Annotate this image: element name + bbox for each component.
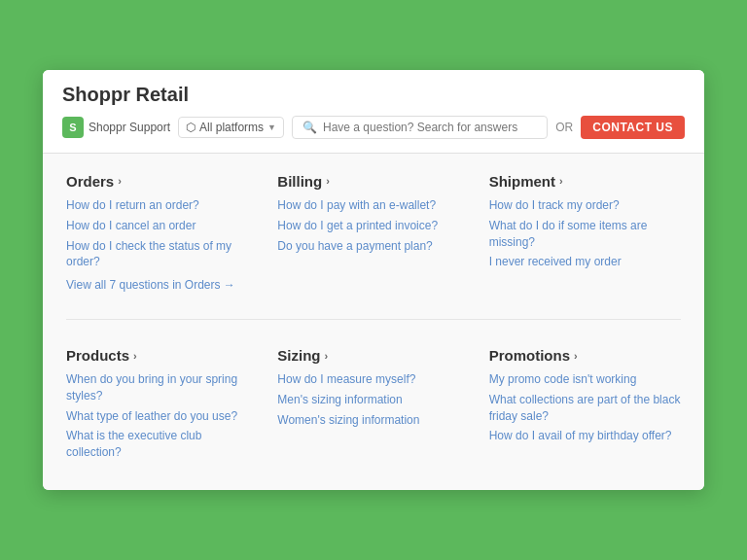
category-title-billing: Billing › [277, 173, 469, 190]
category-link[interactable]: What collections are part of the black f… [489, 392, 681, 425]
category-title-products: Products › [66, 347, 258, 364]
brand-icon: S [62, 117, 84, 138]
category-expand-arrow[interactable]: › [325, 350, 329, 362]
row-divider [66, 319, 681, 320]
nav-bar: S Shoppr Support ⬡ All platforms ▼ 🔍 OR … [62, 116, 685, 143]
category-expand-arrow[interactable]: › [326, 175, 330, 187]
category-title-text: Promotions [489, 347, 570, 364]
category-link[interactable]: How do I cancel an order [66, 218, 258, 234]
contact-us-button[interactable]: CONTACT US [581, 116, 685, 139]
category-link[interactable]: How do I track my order? [489, 197, 681, 214]
category-link[interactable]: Men's sizing information [277, 392, 469, 408]
main-window: Shoppr Retail S Shoppr Support ⬡ All pla… [43, 70, 704, 490]
brand-label: Shoppr Support [89, 121, 170, 134]
category-links-billing: How do I pay with an e-wallet?How do I g… [277, 197, 469, 254]
category-title-text: Orders [66, 173, 114, 190]
category-links-promotions: My promo code isn't workingWhat collecti… [489, 371, 681, 444]
category-links-sizing: How do I measure myself?Men's sizing inf… [277, 371, 469, 428]
category-title-text: Billing [277, 173, 322, 190]
category-link[interactable]: How do I avail of my birthday offer? [489, 428, 681, 444]
platform-icon: ⬡ [186, 121, 196, 134]
category-link[interactable]: How do I check the status of my order? [66, 238, 258, 271]
platform-selector[interactable]: ⬡ All platforms ▼ [178, 117, 284, 138]
page-title: Shoppr Retail [62, 84, 685, 106]
search-input[interactable] [323, 121, 537, 134]
category-billing: Billing ›How do I pay with an e-wallet?H… [277, 173, 469, 292]
search-bar: 🔍 [292, 116, 548, 139]
category-title-text: Products [66, 347, 129, 364]
category-links-shipment: How do I track my order?What do I do if … [489, 197, 681, 270]
category-link[interactable]: How do I get a printed invoice? [277, 218, 469, 234]
category-title-orders: Orders › [66, 173, 258, 190]
categories-grid: Orders ›How do I return an order?How do … [66, 173, 681, 461]
category-promotions: Promotions ›My promo code isn't workingW… [489, 347, 681, 461]
category-link[interactable]: I never received my order [489, 254, 681, 270]
category-orders: Orders ›How do I return an order?How do … [66, 173, 258, 292]
view-all-link[interactable]: View all 7 questions in Orders → [66, 278, 258, 292]
category-links-products: When do you bring in your spring styles?… [66, 371, 258, 461]
category-title-sizing: Sizing › [277, 347, 469, 364]
title-bar: Shoppr Retail S Shoppr Support ⬡ All pla… [43, 70, 704, 154]
category-link[interactable]: What type of leather do you use? [66, 408, 258, 425]
category-expand-arrow[interactable]: › [574, 350, 578, 362]
category-link[interactable]: How do I return an order? [66, 197, 258, 214]
category-title-text: Shipment [489, 173, 555, 190]
category-expand-arrow[interactable]: › [559, 175, 563, 187]
category-link[interactable]: What do I do if some items are missing? [489, 218, 681, 251]
category-title-shipment: Shipment › [489, 173, 681, 190]
category-link[interactable]: Do you have a payment plan? [277, 238, 469, 255]
category-sizing: Sizing ›How do I measure myself?Men's si… [277, 347, 469, 461]
or-label: OR [555, 121, 573, 134]
category-link[interactable]: How do I measure myself? [277, 371, 469, 388]
category-link[interactable]: My promo code isn't working [489, 371, 681, 388]
category-expand-arrow[interactable]: › [118, 175, 122, 187]
chevron-down-icon: ▼ [267, 122, 276, 132]
platform-label: All platforms [199, 121, 264, 134]
category-link[interactable]: When do you bring in your spring styles? [66, 371, 258, 404]
category-title-text: Sizing [277, 347, 320, 364]
brand-badge: S Shoppr Support [62, 117, 170, 138]
category-link[interactable]: What is the executive club collection? [66, 428, 258, 461]
category-links-orders: How do I return an order?How do I cancel… [66, 197, 258, 270]
search-icon: 🔍 [302, 121, 317, 134]
category-link[interactable]: Women's sizing information [277, 412, 469, 429]
category-title-promotions: Promotions › [489, 347, 681, 364]
category-expand-arrow[interactable]: › [133, 350, 137, 362]
category-products: Products ›When do you bring in your spri… [66, 347, 258, 461]
content-area: Orders ›How do I return an order?How do … [43, 154, 704, 490]
category-shipment: Shipment ›How do I track my order?What d… [489, 173, 681, 292]
category-link[interactable]: How do I pay with an e-wallet? [277, 197, 469, 214]
